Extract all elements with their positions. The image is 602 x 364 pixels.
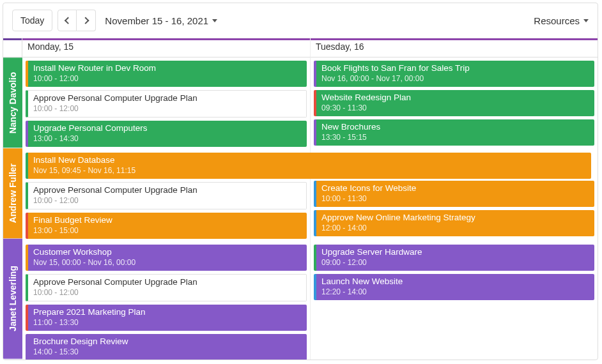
- resource-header[interactable]: Andrew Fuller: [3, 148, 22, 239]
- date-nav-group: [58, 10, 96, 31]
- appointment-title: Prepare 2021 Marketing Plan: [33, 307, 302, 318]
- appointment[interactable]: Final Budget Review13:00 - 15:00: [26, 213, 307, 239]
- appointment-title: Customer Workshop: [33, 247, 302, 258]
- appointment-time: 10:00 - 12:00: [33, 196, 301, 206]
- grid: Nancy DavolioAndrew FullerJanet Leverlin…: [3, 38, 598, 360]
- appointment[interactable]: Approve Personal Computer Upgrade Plan10…: [26, 182, 307, 209]
- resource-header-spacer: [3, 38, 22, 57]
- date-caption-text: November 15 - 16, 2021: [105, 15, 208, 26]
- appointment-title: Final Budget Review: [33, 215, 302, 226]
- appointment-title: Brochure Design Review: [33, 337, 302, 347]
- appointment-time: Nov 16, 00:00 - Nov 17, 00:00: [321, 74, 589, 84]
- appointment[interactable]: Customer WorkshopNov 15, 00:00 - Nov 16,…: [26, 245, 307, 271]
- appointment[interactable]: Book Flights to San Fran for Sales TripN…: [314, 61, 594, 87]
- appointment-title: Upgrade Personal Computers: [33, 123, 302, 134]
- toolbar: Today November 15 - 16, 2021 Resources: [3, 3, 598, 38]
- resource-column: Nancy DavolioAndrew FullerJanet Leverlin…: [3, 38, 22, 360]
- header-accent-bar: [311, 38, 598, 40]
- appointment-title: Launch New Website: [321, 277, 589, 287]
- appointment-time: 10:00 - 11:30: [321, 194, 589, 204]
- appointment-title: Upgrade Server Hardware: [321, 247, 589, 258]
- appointment-time: 13:00 - 15:00: [33, 226, 302, 236]
- day-cell[interactable]: Book Flights to San Fran for Sales TripN…: [310, 57, 598, 149]
- resource-row: Customer WorkshopNov 15, 00:00 - Nov 16,…: [22, 241, 598, 360]
- appointment[interactable]: Create Icons for Website10:00 - 11:30: [314, 181, 594, 207]
- days-area: Monday, 15 Tuesday, 16 Install New Route…: [22, 38, 598, 360]
- appointment-time: 12:20 - 14:00: [321, 287, 589, 297]
- appointment[interactable]: Brochure Design Review14:00 - 15:30: [26, 334, 307, 360]
- prev-button[interactable]: [58, 10, 77, 31]
- day-header-monday[interactable]: Monday, 15: [22, 38, 310, 57]
- appointment-time: 10:00 - 12:00: [33, 74, 302, 84]
- resources-dropdown-label: Resources: [534, 15, 580, 26]
- appointment[interactable]: Approve Personal Computer Upgrade Plan10…: [26, 274, 307, 301]
- appointment-title: Create Icons for Website: [321, 183, 589, 194]
- appointment-time: Nov 15, 00:00 - Nov 16, 00:00: [33, 258, 302, 268]
- appointment-title: Install New Router in Dev Room: [33, 63, 302, 74]
- appointment-title: Install New Database: [33, 155, 586, 166]
- appointment[interactable]: Prepare 2021 Marketing Plan11:00 - 13:30: [26, 305, 307, 331]
- day-cell[interactable]: Install New Router in Dev Room10:00 - 12…: [22, 57, 310, 149]
- header-accent-bar: [3, 38, 22, 40]
- appointment[interactable]: Website Redesign Plan09:30 - 11:30: [314, 90, 594, 116]
- appointment[interactable]: Approve New Online Marketing Strategy12:…: [314, 210, 594, 236]
- day-cell[interactable]: Install New DatabaseNov 15, 09:45 - Nov …: [22, 149, 310, 241]
- appointment-title: New Brochures: [321, 122, 589, 133]
- day-header-row: Monday, 15 Tuesday, 16: [22, 38, 598, 57]
- appointment-time: 10:00 - 12:00: [33, 288, 301, 298]
- appointment[interactable]: New Brochures13:30 - 15:15: [314, 119, 594, 146]
- appointment[interactable]: Upgrade Personal Computers13:00 - 14:30: [26, 121, 307, 147]
- chevron-left-icon: [64, 17, 72, 24]
- header-accent-bar: [22, 38, 310, 40]
- resource-row: Install New Router in Dev Room10:00 - 12…: [22, 57, 598, 149]
- day-header-label: Tuesday, 16: [316, 42, 364, 52]
- next-button[interactable]: [77, 10, 96, 31]
- appointment-time: 09:00 - 12:00: [321, 258, 589, 268]
- appointment-time: 13:30 - 15:15: [321, 133, 589, 142]
- appointment-time: 13:00 - 14:30: [33, 134, 302, 144]
- resource-header[interactable]: Janet Leverling: [3, 239, 22, 360]
- appointment[interactable]: Install New DatabaseNov 15, 09:45 - Nov …: [26, 153, 591, 179]
- day-header-label: Monday, 15: [27, 42, 73, 52]
- appointment[interactable]: Approve Personal Computer Upgrade Plan10…: [26, 90, 307, 118]
- resource-header[interactable]: Nancy Davolio: [3, 57, 22, 148]
- appointment[interactable]: Launch New Website12:20 - 14:00: [314, 274, 594, 300]
- appointment-title: Book Flights to San Fran for Sales Trip: [321, 63, 589, 74]
- appointment-time: 14:00 - 15:30: [33, 347, 302, 357]
- appointment-time: Nov 15, 09:45 - Nov 16, 11:15: [33, 166, 586, 176]
- chevron-right-icon: [82, 17, 89, 24]
- day-cell[interactable]: Upgrade Server Hardware09:00 - 12:00Laun…: [310, 241, 598, 360]
- appointment-time: 11:00 - 13:30: [33, 318, 302, 328]
- date-caption[interactable]: November 15 - 16, 2021: [105, 15, 217, 26]
- appointment[interactable]: Install New Router in Dev Room10:00 - 12…: [26, 61, 307, 87]
- day-cell[interactable]: Customer WorkshopNov 15, 00:00 - Nov 16,…: [22, 241, 310, 360]
- appointment-time: 09:30 - 11:30: [321, 103, 589, 113]
- caret-down-icon: [583, 19, 589, 22]
- appointment-title: Approve New Online Marketing Strategy: [321, 213, 589, 224]
- day-header-tuesday[interactable]: Tuesday, 16: [310, 38, 598, 57]
- appointment-title: Approve Personal Computer Upgrade Plan: [33, 185, 301, 196]
- appointment-time: 10:00 - 12:00: [33, 104, 301, 114]
- scheduler: Today November 15 - 16, 2021 Resources N…: [3, 3, 598, 360]
- resource-row: Install New DatabaseNov 15, 09:45 - Nov …: [22, 149, 598, 241]
- appointment-title: Approve Personal Computer Upgrade Plan: [33, 277, 301, 288]
- caret-down-icon: [212, 19, 217, 22]
- appointment-title: Website Redesign Plan: [321, 93, 589, 103]
- rows-scroll[interactable]: Install New Router in Dev Room10:00 - 12…: [22, 57, 598, 360]
- resources-dropdown[interactable]: Resources: [534, 15, 589, 26]
- appointment-time: 12:00 - 14:00: [321, 224, 589, 233]
- today-button[interactable]: Today: [12, 10, 52, 31]
- appointment-title: Approve Personal Computer Upgrade Plan: [33, 93, 301, 104]
- appointment[interactable]: Upgrade Server Hardware09:00 - 12:00: [314, 245, 594, 271]
